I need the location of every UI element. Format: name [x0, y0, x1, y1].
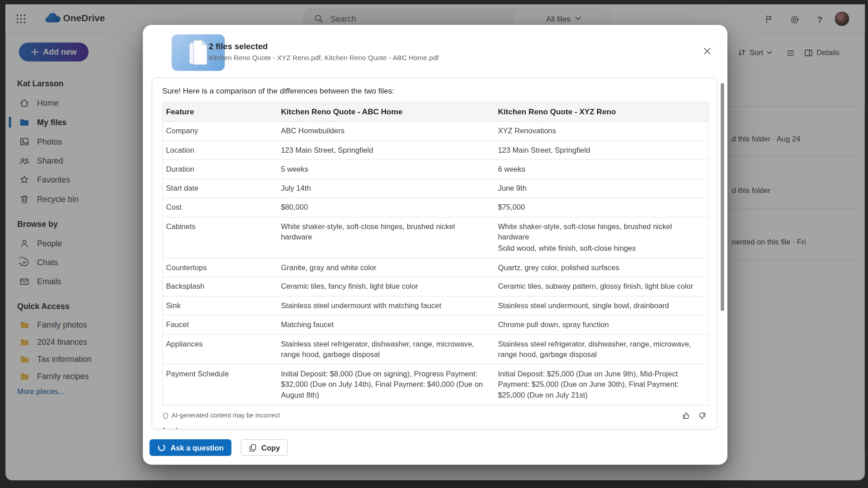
abc-home-cell: Ceramic tiles, fancy finish, light blue … [278, 277, 495, 296]
ai-footer-row: AI-generated content may be incorrect [162, 411, 707, 420]
column-header-xyz-reno: Kitchen Reno Quote - XYZ Reno [495, 102, 708, 122]
table-row: Cabinets White shaker-style, soft-close … [162, 217, 708, 258]
feedback-buttons [681, 411, 707, 420]
abc-home-cell: $80,000 [278, 198, 495, 217]
feature-cell: Payment Schedule [162, 364, 278, 405]
abc-home-cell: 5 weeks [278, 160, 495, 178]
dialog-actions: Ask a question Copy [150, 439, 288, 456]
copy-icon [249, 443, 257, 452]
abc-home-cell: Stainless steel refrigerator, dishwasher… [278, 334, 495, 364]
file-comparison-dialog: 2 files selected Kitchen Reno Quote - XY… [143, 25, 727, 465]
table-row: Location 123 Main Street, Springfield 12… [162, 141, 708, 160]
dialog-title: 2 files selected [209, 42, 439, 51]
ai-disclaimer-text: AI-generated content may be incorrect [172, 412, 280, 419]
xyz-reno-cell: Initial Deposit: $25,000 (Due on June 9t… [495, 364, 708, 405]
feature-cell: Backsplash [162, 277, 278, 296]
table-row: Duration 5 weeks 6 weeks [162, 160, 708, 178]
column-header-feature: Feature [162, 102, 278, 122]
thumbs-down-button[interactable] [698, 411, 707, 420]
table-row: Backsplash Ceramic tiles, fancy finish, … [162, 277, 708, 296]
feature-cell: Faucet [162, 315, 278, 334]
abc-home-cell: Granite, gray and white color [278, 258, 495, 277]
feature-cell: Appliances [162, 334, 278, 364]
comparison-table: Feature Kitchen Reno Quote - ABC Home Ki… [162, 102, 709, 405]
table-row: Sink Stainless steel undermount with mat… [162, 296, 708, 315]
xyz-reno-cell: XYZ Renovations [495, 122, 708, 141]
copilot-icon [157, 443, 166, 452]
thumbs-up-icon [681, 411, 691, 420]
feature-cell: Cabinets [162, 217, 278, 258]
xyz-reno-cell: 6 weeks [495, 160, 708, 178]
modal-scrollbar[interactable] [721, 83, 724, 311]
xyz-reno-cell: Chrome pull down, spray function [495, 315, 708, 334]
table-row: Company ABC Homebuilders XYZ Renovations [162, 122, 708, 141]
xyz-reno-cell: Quartz, grey color, polished surfaces [495, 258, 708, 277]
screen: OneDrive All files [0, 0, 868, 488]
close-button[interactable] [701, 45, 713, 57]
feature-cell: Duration [162, 160, 278, 178]
abc-home-cell: White shaker-style, soft-close hinges, b… [278, 217, 495, 258]
abc-home-cell: July 14th [278, 179, 495, 198]
abc-home-cell: Matching faucet [278, 315, 495, 334]
xyz-reno-cell: White shaker-style, soft-close hinges, b… [495, 217, 708, 258]
thumbs-down-icon [698, 411, 707, 420]
feature-cell: Start date [162, 179, 278, 198]
column-header-abc-home: Kitchen Reno Quote - ABC Home [278, 102, 495, 122]
xyz-reno-cell: $75,000 [495, 198, 708, 217]
feature-cell: Location [162, 141, 278, 160]
feature-cell: Sink [162, 296, 278, 315]
xyz-reno-cell: 123 Main Street, Springfield [495, 141, 708, 160]
table-row: Start date July 14th June 9th [162, 179, 708, 198]
table-row: Payment Schedule Initial Deposit: $8,000… [162, 364, 708, 405]
dialog-subtitle: Kitchen Reno Quote - XYZ Reno.pdf, Kitch… [209, 54, 439, 62]
chevron-down-icon [204, 428, 210, 429]
ai-intro-text: Sure! Here is a comparison of the differ… [162, 86, 707, 95]
feature-cell: Cost [162, 198, 278, 217]
table-row: Faucet Matching faucet Chrome pull down,… [162, 315, 708, 334]
references-expander[interactable]: 1 reference [162, 427, 707, 430]
xyz-reno-cell: June 9th [495, 179, 708, 198]
xyz-reno-cell: Ceramic tiles, subway pattern, glossy fi… [495, 277, 708, 296]
ask-a-question-button[interactable]: Ask a question [150, 439, 231, 456]
close-icon [702, 46, 712, 56]
table-row: Appliances Stainless steel refrigerator,… [162, 334, 708, 364]
documents-icon [185, 38, 211, 67]
abc-home-cell: 123 Main Street, Springfield [278, 141, 495, 160]
references-label: 1 reference [162, 427, 200, 430]
ai-disclaimer: AI-generated content may be incorrect [162, 412, 280, 419]
dialog-header: 2 files selected Kitchen Reno Quote - XY… [209, 42, 439, 62]
feature-cell: Countertops [162, 258, 278, 277]
copy-button[interactable]: Copy [241, 439, 288, 456]
table-row: Countertops Granite, gray and white colo… [162, 258, 708, 277]
xyz-reno-cell: Stainless steel undermount, single bowl,… [495, 296, 708, 315]
table-header-row: Feature Kitchen Reno Quote - ABC Home Ki… [162, 102, 708, 122]
table-row: Cost $80,000 $75,000 [162, 198, 708, 217]
abc-home-cell: Stainless steel undermount with matching… [278, 296, 495, 315]
abc-home-cell: Initial Deposit: $8,000 (Due on signing)… [278, 364, 495, 405]
thumbs-up-button[interactable] [681, 411, 691, 420]
ai-answer-card: Sure! Here is a comparison of the differ… [152, 77, 717, 429]
ask-a-question-label: Ask a question [170, 443, 224, 451]
xyz-reno-cell: Stainless steel refrigerator, dishwasher… [495, 334, 708, 364]
shield-icon [162, 412, 169, 419]
abc-home-cell: ABC Homebuilders [278, 122, 495, 141]
copy-label: Copy [261, 443, 280, 451]
feature-cell: Company [162, 122, 278, 141]
